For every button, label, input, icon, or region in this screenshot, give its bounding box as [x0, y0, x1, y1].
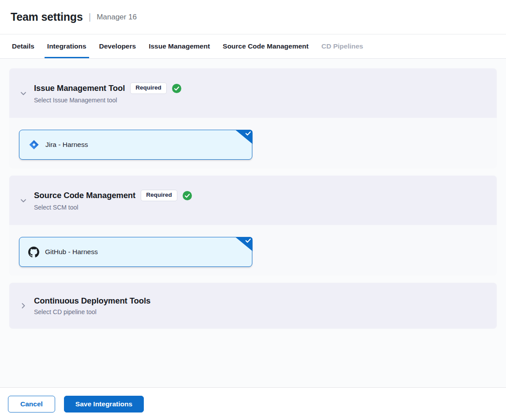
section-header-text: Issue Management Tool Required Select Is…: [34, 82, 181, 103]
chevron-down-icon[interactable]: [20, 197, 27, 206]
jira-icon: [28, 139, 40, 150]
section-header-text: Continuous Deployment Tools Select CD pi…: [34, 296, 150, 315]
section-scm-body: GitHub - Harness: [9, 225, 497, 275]
selected-check-ribbon: [235, 237, 253, 251]
tool-card-label: Jira - Harness: [45, 141, 88, 149]
check-icon: [245, 131, 251, 136]
required-badge: Required: [130, 82, 167, 94]
section-issue-management-header[interactable]: Issue Management Tool Required Select Is…: [9, 68, 497, 118]
tab-source-code-management[interactable]: Source Code Management: [220, 34, 311, 58]
check-icon: [245, 238, 251, 243]
section-title: Issue Management Tool: [34, 83, 125, 93]
section-title: Source Code Management: [34, 191, 135, 200]
section-issue-management-tool: Issue Management Tool Required Select Is…: [9, 68, 497, 168]
section-source-code-management: Source Code Management Required Select S…: [9, 176, 497, 275]
section-subtitle: Select CD pipeline tool: [34, 308, 150, 315]
title-separator: |: [89, 11, 91, 22]
section-subtitle: Select SCM tool: [34, 204, 192, 211]
section-cd-tools-header[interactable]: Continuous Deployment Tools Select CD pi…: [9, 283, 497, 329]
page-title: Team settings: [11, 11, 83, 23]
tab-bar: Details Integrations Developers Issue Ma…: [0, 34, 506, 59]
team-name-label: Manager 16: [97, 13, 137, 22]
section-header-text: Source Code Management Required Select S…: [34, 190, 192, 210]
tab-cd-pipelines: CD Pipelines: [319, 34, 366, 58]
integrations-panel: Issue Management Tool Required Select Is…: [0, 59, 506, 387]
section-scm-header[interactable]: Source Code Management Required Select S…: [9, 176, 497, 225]
chevron-down-icon[interactable]: [20, 90, 27, 99]
github-icon: [28, 247, 39, 258]
check-circle-icon: [172, 84, 181, 93]
page-header: Team settings | Manager 16: [0, 0, 506, 34]
chevron-right-icon[interactable]: [20, 302, 27, 311]
tab-issue-management[interactable]: Issue Management: [146, 34, 213, 58]
tab-developers[interactable]: Developers: [97, 34, 139, 58]
selected-check-ribbon: [235, 130, 253, 144]
section-subtitle: Select Issue Management tool: [34, 97, 181, 104]
section-issue-management-body: Jira - Harness: [9, 118, 497, 168]
section-cd-tools: Continuous Deployment Tools Select CD pi…: [9, 283, 497, 329]
footer-bar: Cancel Save Integrations: [0, 387, 506, 420]
tool-card-github[interactable]: GitHub - Harness: [19, 237, 252, 267]
tool-card-label: GitHub - Harness: [45, 248, 98, 256]
check-circle-icon: [183, 191, 192, 200]
required-badge: Required: [141, 190, 177, 201]
tool-card-jira[interactable]: Jira - Harness: [19, 130, 252, 160]
cancel-button[interactable]: Cancel: [8, 396, 55, 412]
section-title: Continuous Deployment Tools: [34, 296, 150, 306]
tab-details[interactable]: Details: [9, 34, 37, 58]
tab-integrations[interactable]: Integrations: [45, 34, 89, 58]
save-integrations-button[interactable]: Save Integrations: [64, 396, 144, 412]
